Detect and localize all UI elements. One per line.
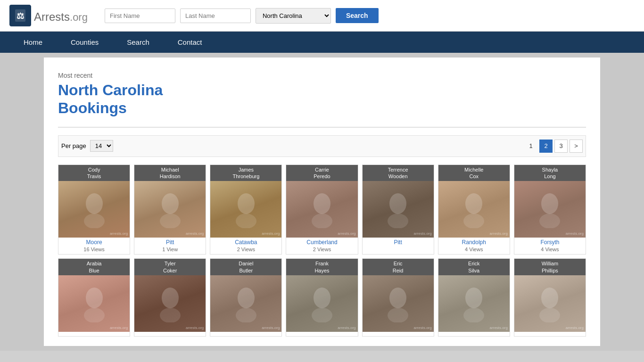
page-2-num[interactable]: 2 — [539, 140, 553, 153]
booking-photo: arrests.org — [210, 181, 281, 238]
booking-photo: arrests.org — [134, 181, 206, 238]
per-page-select[interactable]: 142856 — [90, 140, 113, 152]
logo-text: Arrests.org — [34, 7, 88, 25]
next-page-btn[interactable]: > — [570, 140, 583, 153]
booking-card[interactable]: James Throneburg arrests.orgCatawba2 Vie… — [210, 165, 282, 255]
booking-name-top: Shayla Long — [514, 165, 586, 181]
most-recent-label: Most recent — [58, 72, 586, 79]
booking-name-top: Tyler Coker — [134, 259, 206, 275]
booking-card[interactable]: Michelle Cox arrests.orgRandolph4 Views — [438, 165, 510, 255]
watermark: arrests.org — [110, 326, 128, 330]
booking-card[interactable]: Tyler Coker arrests.org — [134, 258, 206, 337]
svg-point-4 — [162, 193, 179, 214]
booking-photo: arrests.org — [438, 181, 510, 238]
svg-point-29 — [539, 308, 560, 322]
main-content: Most recent North Carolina Bookings Per … — [44, 58, 600, 346]
page-title-line2: Bookings — [58, 99, 127, 116]
booking-county: Pitt — [134, 238, 206, 246]
booking-name-top: Frank Hayes — [286, 259, 357, 275]
booking-card[interactable]: Carrie Peredo arrests.orgCumberland2 Vie… — [286, 165, 358, 255]
nav-item-counties[interactable]: Counties — [57, 32, 113, 53]
per-page-area: Per page 142856 — [61, 140, 113, 152]
svg-point-21 — [236, 308, 256, 322]
booking-photo: arrests.org — [286, 275, 357, 332]
booking-card[interactable]: Eric Reid arrests.org — [362, 258, 434, 337]
booking-photo: arrests.org — [58, 275, 130, 332]
svg-point-3 — [84, 214, 105, 228]
watermark: arrests.org — [338, 326, 355, 330]
booking-name-top: Michael Hardison — [134, 165, 206, 181]
logo-icon: ⚖ — [9, 5, 31, 26]
watermark: arrests.org — [186, 326, 204, 330]
svg-text:⚖: ⚖ — [17, 11, 24, 21]
logo-brand: Arrests — [34, 10, 70, 23]
svg-point-11 — [388, 214, 408, 228]
watermark: arrests.org — [566, 326, 584, 330]
nav-item-search[interactable]: Search — [113, 32, 164, 53]
booking-card[interactable]: Arabia Blue arrests.org — [58, 258, 130, 337]
last-name-input[interactable] — [180, 8, 251, 23]
booking-views: 4 Views — [514, 246, 586, 254]
booking-card[interactable]: Shayla Long arrests.orgForsyth4 Views — [514, 165, 586, 255]
booking-photo: arrests.org — [438, 275, 510, 332]
booking-views — [58, 334, 130, 336]
watermark: arrests.org — [413, 231, 431, 236]
booking-card[interactable]: Daniel Butler arrests.org — [210, 258, 282, 337]
divider — [58, 127, 586, 128]
first-name-input[interactable] — [105, 8, 175, 23]
svg-point-12 — [465, 193, 482, 214]
booking-card[interactable]: Frank Hayes arrests.org — [286, 258, 358, 337]
svg-point-27 — [463, 308, 484, 322]
booking-card[interactable]: William Phillips arrests.org — [514, 258, 586, 337]
svg-point-25 — [388, 308, 408, 322]
booking-views — [134, 334, 206, 336]
booking-county: Cumberland — [286, 238, 357, 246]
booking-name-top: Carrie Peredo — [286, 165, 357, 181]
nav-item-contact[interactable]: Contact — [164, 32, 216, 53]
logo-suffix: .org — [70, 11, 88, 23]
booking-views: 2 Views — [210, 246, 281, 254]
nav-item-home[interactable]: Home — [9, 32, 57, 53]
watermark: arrests.org — [262, 326, 280, 330]
svg-point-13 — [463, 214, 484, 228]
booking-name-top: James Throneburg — [210, 165, 281, 181]
booking-views: 1 View — [134, 246, 206, 254]
svg-point-18 — [162, 288, 179, 308]
title-area: Most recent North Carolina Bookings — [58, 67, 586, 127]
booking-views — [514, 334, 586, 336]
svg-point-10 — [389, 193, 406, 214]
svg-point-26 — [465, 288, 482, 308]
booking-views: 2 Views — [286, 246, 357, 254]
svg-point-20 — [238, 288, 255, 308]
booking-card[interactable]: Michael Hardison arrests.orgPitt1 View — [134, 165, 206, 255]
state-select[interactable]: North CarolinaAlabamaAlaskaArizonaArkans… — [256, 8, 331, 24]
svg-point-15 — [539, 214, 560, 228]
booking-name-top: Erick Silva — [438, 259, 510, 275]
svg-point-22 — [314, 288, 330, 308]
page-1-num[interactable]: 1 — [524, 140, 537, 153]
booking-county: Pitt — [363, 238, 434, 246]
search-button[interactable]: Search — [336, 8, 379, 23]
svg-point-7 — [236, 214, 256, 228]
booking-photo: arrests.org — [286, 181, 357, 238]
grid-controls: Per page 142856 1 2 3 > — [58, 135, 586, 157]
watermark: arrests.org — [490, 231, 508, 236]
svg-point-17 — [84, 308, 105, 322]
svg-point-19 — [160, 308, 181, 322]
watermark: arrests.org — [413, 326, 431, 330]
watermark: arrests.org — [566, 231, 584, 236]
page-3-num[interactable]: 3 — [554, 140, 568, 153]
svg-point-2 — [86, 193, 103, 214]
svg-point-23 — [312, 308, 332, 322]
booking-name-top: William Phillips — [514, 259, 586, 275]
booking-card[interactable]: Erick Silva arrests.org — [438, 258, 510, 337]
booking-card[interactable]: Terrence Wooden arrests.orgPitt — [362, 165, 434, 255]
booking-county: Randolph — [438, 238, 510, 246]
svg-point-16 — [86, 288, 103, 308]
watermark: arrests.org — [110, 231, 128, 236]
logo-area[interactable]: ⚖ Arrests.org — [9, 5, 88, 26]
booking-card[interactable]: Cody Travis arrests.orgMoore16 Views — [58, 165, 130, 255]
booking-name-top: Terrence Wooden — [363, 165, 434, 181]
booking-grid: Cody Travis arrests.orgMoore16 ViewsMich… — [58, 165, 586, 337]
booking-photo: arrests.org — [210, 275, 281, 332]
